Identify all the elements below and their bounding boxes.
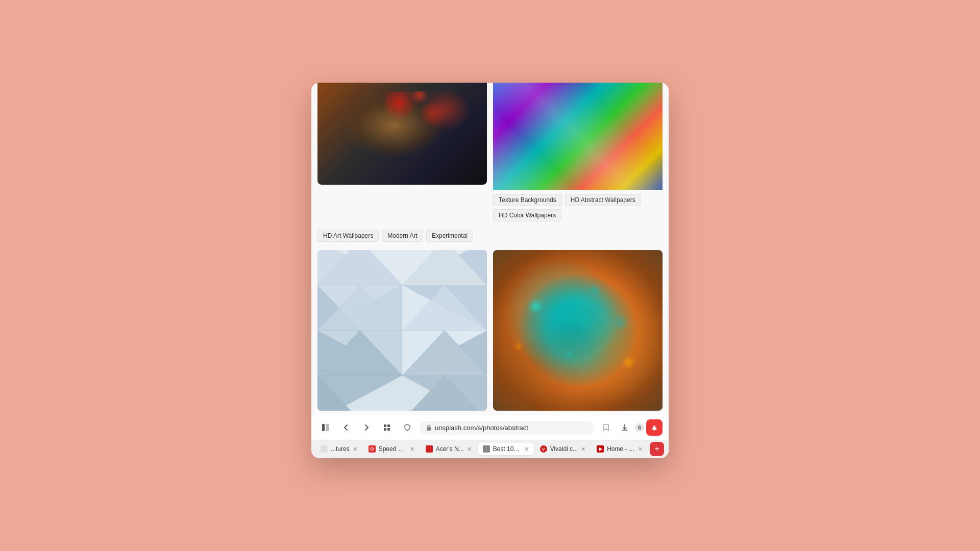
svg-rect-20: [322, 424, 325, 431]
tag-hd-color[interactable]: HD Color Wallpapers: [493, 209, 561, 221]
tag-modern-art[interactable]: Modern Art: [382, 230, 423, 242]
forward-icon: [363, 424, 370, 431]
red-splash-overlay: [385, 91, 453, 129]
download-icon: [621, 424, 628, 431]
tab-3[interactable]: Acer's N... ✕: [421, 443, 477, 455]
tab-2[interactable]: O Speed D... ✕: [363, 443, 420, 455]
toolbar-right-actions: 6: [598, 419, 663, 436]
tab-bar: ...tures ✕ O Speed D... ✕ Acer's N... ✕ …: [311, 440, 669, 458]
url-text: unsplash.com/s/photos/abstract: [435, 424, 588, 432]
bottom-gallery-row: [311, 244, 669, 415]
vivaldi-v-icon: [650, 423, 659, 432]
shield-icon: [404, 424, 411, 431]
top-right-tags: Texture Backgrounds HD Abstract Wallpape…: [493, 190, 663, 223]
browser-toolbar: unsplash.com/s/photos/abstract 6: [311, 415, 669, 440]
shield-button[interactable]: [399, 419, 415, 436]
tab-1-favicon: [321, 445, 328, 453]
tab-5-favicon: V: [540, 445, 547, 453]
tab-2-label: Speed D...: [379, 445, 407, 453]
back-button[interactable]: [338, 419, 354, 436]
tab-4-favicon: [483, 445, 490, 453]
tab-6-close[interactable]: ✕: [638, 446, 643, 453]
tab-3-label: Acer's N...: [436, 445, 464, 453]
geometric-svg: [317, 250, 487, 411]
tab-6-favicon: ▶: [597, 445, 604, 453]
tag-texture-backgrounds[interactable]: Texture Backgrounds: [493, 194, 562, 206]
liquid-bubbles-overlay: [493, 250, 663, 411]
tab-2-close[interactable]: ✕: [410, 446, 414, 453]
bottom-right-image[interactable]: [493, 250, 663, 411]
tag-hd-art[interactable]: HD Art Wallpapers: [317, 230, 379, 242]
tag-experimental[interactable]: Experimental: [426, 230, 473, 242]
bookmark-button[interactable]: [598, 419, 615, 436]
tab-1-label: ...tures: [331, 445, 350, 453]
geometric-image: [317, 250, 487, 411]
abstract-art-image: [317, 83, 487, 185]
tab-6-label: Home - Y...: [607, 445, 635, 453]
liquid-image: [493, 250, 663, 411]
bottom-left-image[interactable]: [317, 250, 487, 411]
grid-icon: [383, 424, 390, 431]
tab-1-close[interactable]: ✕: [353, 446, 357, 453]
tab-2-favicon: O: [369, 445, 376, 453]
tab-5[interactable]: V Vivaldi c... ✕: [535, 443, 591, 455]
back-icon: [342, 424, 350, 431]
tab-6[interactable]: ▶ Home - Y... ✕: [592, 443, 648, 455]
top-left-tags: HD Art Wallpapers Modern Art Experimenta…: [317, 226, 663, 244]
tag-hd-abstract[interactable]: HD Abstract Wallpapers: [565, 194, 641, 206]
forward-button[interactable]: [358, 419, 375, 436]
panel-toggle-button[interactable]: [317, 419, 334, 436]
svg-rect-21: [326, 424, 329, 431]
top-gallery-row: Texture Backgrounds HD Abstract Wallpape…: [311, 83, 669, 223]
panel-icon: [322, 423, 330, 432]
tab-5-close[interactable]: ✕: [581, 446, 585, 453]
lock-icon: [426, 424, 432, 431]
download-button[interactable]: [617, 419, 633, 436]
new-tab-button[interactable]: +: [650, 442, 664, 456]
address-bar[interactable]: unsplash.com/s/photos/abstract: [420, 421, 594, 435]
tab-4[interactable]: Best 100... ✕: [478, 443, 534, 455]
tab-4-close[interactable]: ✕: [524, 446, 529, 453]
svg-rect-23: [387, 424, 390, 427]
bookmark-icon: [603, 424, 609, 431]
svg-rect-22: [384, 424, 386, 427]
vivaldi-menu-button[interactable]: [646, 419, 663, 436]
tab-count-badge: 6: [635, 423, 644, 432]
browser-window: Texture Backgrounds HD Abstract Wallpape…: [311, 83, 669, 458]
svg-rect-25: [387, 428, 390, 431]
holographic-image: [493, 83, 663, 190]
top-left-tags-row: HD Art Wallpapers Modern Art Experimenta…: [311, 223, 669, 244]
grid-button[interactable]: [379, 419, 395, 436]
top-right-image[interactable]: Texture Backgrounds HD Abstract Wallpape…: [493, 83, 663, 223]
svg-rect-24: [384, 428, 386, 431]
content-area: Texture Backgrounds HD Abstract Wallpape…: [311, 83, 669, 415]
top-left-image[interactable]: [317, 83, 487, 185]
tab-4-label: Best 100...: [493, 445, 521, 453]
tab-1[interactable]: ...tures ✕: [315, 443, 362, 455]
svg-rect-26: [427, 427, 431, 431]
tab-3-favicon: [426, 445, 433, 453]
tab-3-close[interactable]: ✕: [467, 446, 472, 453]
tab-5-label: Vivaldi c...: [550, 445, 578, 453]
